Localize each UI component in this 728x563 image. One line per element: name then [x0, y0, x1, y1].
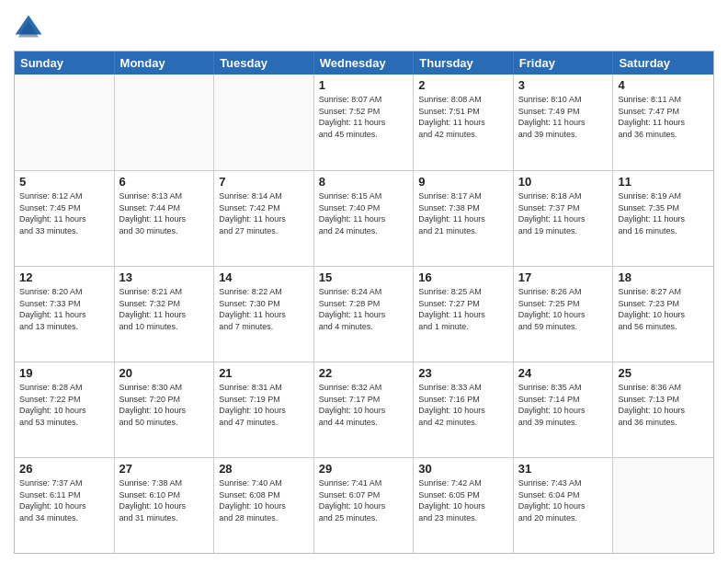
cell-day-number: 4	[618, 78, 709, 92]
calendar-cell: 14Sunrise: 8:22 AM Sunset: 7:30 PM Dayli…	[214, 267, 314, 362]
cell-day-number: 12	[19, 270, 109, 284]
day-header-thursday: Thursday	[414, 52, 514, 75]
calendar-cell: 21Sunrise: 8:31 AM Sunset: 7:19 PM Dayli…	[214, 362, 314, 457]
cell-info-text: Sunrise: 8:20 AM Sunset: 7:33 PM Dayligh…	[19, 287, 86, 331]
cell-info-text: Sunrise: 8:36 AM Sunset: 7:13 PM Dayligh…	[618, 383, 685, 427]
cell-info-text: Sunrise: 8:35 AM Sunset: 7:14 PM Dayligh…	[518, 383, 586, 427]
cell-info-text: Sunrise: 8:15 AM Sunset: 7:40 PM Dayligh…	[319, 191, 386, 236]
calendar-cell: 24Sunrise: 8:35 AM Sunset: 7:14 PM Dayli…	[514, 362, 614, 457]
cell-day-number: 9	[418, 175, 508, 189]
cell-day-number: 2	[418, 78, 508, 92]
logo-icon	[14, 14, 43, 43]
calendar-row-3: 19Sunrise: 8:28 AM Sunset: 7:22 PM Dayli…	[15, 362, 713, 457]
calendar-cell: 25Sunrise: 8:36 AM Sunset: 7:13 PM Dayli…	[613, 362, 713, 457]
cell-info-text: Sunrise: 7:41 AM Sunset: 6:07 PM Dayligh…	[319, 478, 386, 523]
day-header-monday: Monday	[115, 52, 215, 75]
calendar-cell: 11Sunrise: 8:19 AM Sunset: 7:35 PM Dayli…	[613, 171, 713, 266]
cell-day-number: 30	[418, 462, 508, 476]
calendar-cell: 4Sunrise: 8:11 AM Sunset: 7:47 PM Daylig…	[613, 75, 713, 170]
cell-day-number: 17	[518, 270, 609, 284]
cell-info-text: Sunrise: 7:43 AM Sunset: 6:04 PM Dayligh…	[518, 478, 586, 523]
calendar-cell: 7Sunrise: 8:14 AM Sunset: 7:42 PM Daylig…	[214, 171, 314, 266]
cell-info-text: Sunrise: 7:37 AM Sunset: 6:11 PM Dayligh…	[19, 478, 86, 523]
logo	[14, 14, 47, 43]
cell-info-text: Sunrise: 8:07 AM Sunset: 7:52 PM Dayligh…	[319, 95, 386, 139]
cell-day-number: 27	[119, 462, 210, 476]
calendar-cell: 5Sunrise: 8:12 AM Sunset: 7:45 PM Daylig…	[15, 171, 115, 266]
cell-info-text: Sunrise: 8:11 AM Sunset: 7:47 PM Dayligh…	[618, 95, 685, 139]
cell-info-text: Sunrise: 7:42 AM Sunset: 6:05 PM Dayligh…	[418, 478, 485, 523]
cell-day-number: 29	[319, 462, 409, 476]
cell-info-text: Sunrise: 8:26 AM Sunset: 7:25 PM Dayligh…	[518, 287, 586, 331]
cell-day-number: 28	[219, 462, 309, 476]
cell-info-text: Sunrise: 8:27 AM Sunset: 7:23 PM Dayligh…	[618, 287, 685, 331]
cell-info-text: Sunrise: 8:31 AM Sunset: 7:19 PM Dayligh…	[219, 383, 286, 427]
cell-day-number: 18	[618, 270, 709, 284]
calendar-row-0: 1Sunrise: 8:07 AM Sunset: 7:52 PM Daylig…	[15, 75, 713, 170]
cell-day-number: 15	[319, 270, 409, 284]
cell-info-text: Sunrise: 8:12 AM Sunset: 7:45 PM Dayligh…	[19, 191, 86, 236]
cell-day-number: 23	[418, 366, 508, 380]
cell-info-text: Sunrise: 8:21 AM Sunset: 7:32 PM Dayligh…	[119, 287, 187, 331]
cell-day-number: 14	[219, 270, 309, 284]
calendar-cell: 18Sunrise: 8:27 AM Sunset: 7:23 PM Dayli…	[613, 267, 713, 362]
calendar-cell	[15, 75, 115, 170]
calendar-cell	[115, 75, 215, 170]
calendar-cell: 30Sunrise: 7:42 AM Sunset: 6:05 PM Dayli…	[414, 458, 514, 553]
calendar-cell	[613, 458, 713, 553]
calendar-cell	[214, 75, 314, 170]
calendar-cell: 27Sunrise: 7:38 AM Sunset: 6:10 PM Dayli…	[115, 458, 215, 553]
calendar-cell: 22Sunrise: 8:32 AM Sunset: 7:17 PM Dayli…	[314, 362, 415, 457]
cell-info-text: Sunrise: 8:22 AM Sunset: 7:30 PM Dayligh…	[219, 287, 286, 331]
calendar-cell: 23Sunrise: 8:33 AM Sunset: 7:16 PM Dayli…	[414, 362, 514, 457]
cell-day-number: 7	[219, 175, 309, 189]
cell-day-number: 11	[618, 175, 709, 189]
calendar-cell: 29Sunrise: 7:41 AM Sunset: 6:07 PM Dayli…	[314, 458, 415, 553]
calendar-cell: 28Sunrise: 7:40 AM Sunset: 6:08 PM Dayli…	[214, 458, 314, 553]
cell-info-text: Sunrise: 8:14 AM Sunset: 7:42 PM Dayligh…	[219, 191, 286, 236]
cell-day-number: 20	[119, 366, 210, 380]
cell-info-text: Sunrise: 8:13 AM Sunset: 7:44 PM Dayligh…	[119, 191, 187, 236]
calendar-row-1: 5Sunrise: 8:12 AM Sunset: 7:45 PM Daylig…	[15, 170, 713, 266]
calendar-cell: 26Sunrise: 7:37 AM Sunset: 6:11 PM Dayli…	[15, 458, 115, 553]
calendar-cell: 10Sunrise: 8:18 AM Sunset: 7:37 PM Dayli…	[514, 171, 614, 266]
calendar-cell: 2Sunrise: 8:08 AM Sunset: 7:51 PM Daylig…	[414, 75, 514, 170]
cell-info-text: Sunrise: 8:25 AM Sunset: 7:27 PM Dayligh…	[418, 287, 485, 331]
cell-day-number: 3	[518, 78, 609, 92]
calendar-cell: 6Sunrise: 8:13 AM Sunset: 7:44 PM Daylig…	[115, 171, 215, 266]
cell-day-number: 8	[319, 175, 409, 189]
calendar-cell: 17Sunrise: 8:26 AM Sunset: 7:25 PM Dayli…	[514, 267, 614, 362]
cell-day-number: 5	[19, 175, 109, 189]
cell-info-text: Sunrise: 8:10 AM Sunset: 7:49 PM Dayligh…	[518, 95, 586, 139]
calendar-cell: 20Sunrise: 8:30 AM Sunset: 7:20 PM Dayli…	[115, 362, 215, 457]
day-header-saturday: Saturday	[613, 52, 713, 75]
cell-info-text: Sunrise: 8:17 AM Sunset: 7:38 PM Dayligh…	[418, 191, 485, 236]
cell-info-text: Sunrise: 7:38 AM Sunset: 6:10 PM Dayligh…	[119, 478, 187, 523]
calendar-cell: 12Sunrise: 8:20 AM Sunset: 7:33 PM Dayli…	[15, 267, 115, 362]
cell-day-number: 21	[219, 366, 309, 380]
cell-info-text: Sunrise: 8:32 AM Sunset: 7:17 PM Dayligh…	[319, 383, 386, 427]
day-header-tuesday: Tuesday	[214, 52, 314, 75]
calendar-cell: 19Sunrise: 8:28 AM Sunset: 7:22 PM Dayli…	[15, 362, 115, 457]
cell-info-text: Sunrise: 8:28 AM Sunset: 7:22 PM Dayligh…	[19, 383, 86, 427]
cell-day-number: 10	[518, 175, 609, 189]
cell-info-text: Sunrise: 7:40 AM Sunset: 6:08 PM Dayligh…	[219, 478, 286, 523]
cell-day-number: 24	[518, 366, 609, 380]
calendar: SundayMondayTuesdayWednesdayThursdayFrid…	[14, 51, 714, 554]
cell-info-text: Sunrise: 8:24 AM Sunset: 7:28 PM Dayligh…	[319, 287, 386, 331]
day-header-sunday: Sunday	[15, 52, 115, 75]
day-header-wednesday: Wednesday	[314, 52, 415, 75]
calendar-cell: 13Sunrise: 8:21 AM Sunset: 7:32 PM Dayli…	[115, 267, 215, 362]
cell-info-text: Sunrise: 8:08 AM Sunset: 7:51 PM Dayligh…	[418, 95, 485, 139]
cell-day-number: 19	[19, 366, 109, 380]
header	[14, 9, 714, 43]
cell-day-number: 31	[518, 462, 609, 476]
cell-day-number: 6	[119, 175, 210, 189]
calendar-cell: 15Sunrise: 8:24 AM Sunset: 7:28 PM Dayli…	[314, 267, 415, 362]
cell-day-number: 22	[319, 366, 409, 380]
cell-day-number: 26	[19, 462, 109, 476]
calendar-row-2: 12Sunrise: 8:20 AM Sunset: 7:33 PM Dayli…	[15, 266, 713, 362]
cell-info-text: Sunrise: 8:33 AM Sunset: 7:16 PM Dayligh…	[418, 383, 485, 427]
day-header-friday: Friday	[514, 52, 614, 75]
cell-day-number: 1	[319, 78, 409, 92]
